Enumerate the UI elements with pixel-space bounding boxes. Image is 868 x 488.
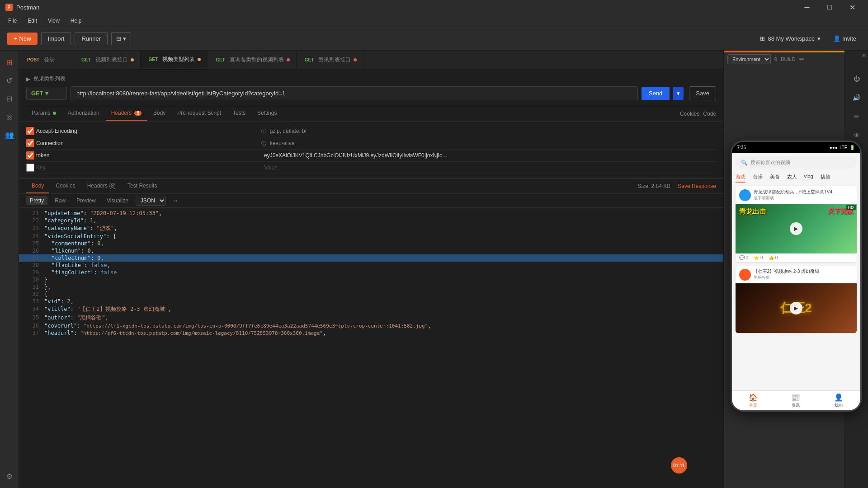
runner-button[interactable]: Runner bbox=[75, 32, 108, 45]
menubar: File Edit View Help bbox=[0, 14, 868, 27]
response-tab-headers[interactable]: Headers (8) bbox=[82, 179, 121, 193]
phone-cat-food[interactable]: 美食 bbox=[770, 172, 780, 183]
tab-body[interactable]: Body bbox=[148, 106, 171, 121]
close-button[interactable]: ✕ bbox=[842, 0, 863, 14]
collections-button[interactable]: ⊟ ▾ bbox=[111, 32, 131, 45]
menu-help[interactable]: Help bbox=[66, 17, 86, 25]
phone-thumbnail-2[interactable]: 仁王2 ▶ bbox=[736, 283, 857, 333]
minimize-button[interactable]: ─ bbox=[797, 0, 817, 14]
phone-video-title-1: 青龙战甲搭配机动兵，P城上空肆意1V4 bbox=[754, 189, 853, 195]
method-chevron-icon: ▾ bbox=[45, 90, 48, 97]
phone-cat-games[interactable]: 游戏 bbox=[736, 172, 745, 183]
phone-nav-home[interactable]: 🏠 首页 bbox=[749, 393, 758, 408]
format-visualize[interactable]: Visualize bbox=[103, 196, 132, 205]
header-checkbox[interactable] bbox=[26, 164, 34, 172]
invite-button[interactable]: 👤 Invite bbox=[829, 33, 861, 45]
phone-nav-news[interactable]: 📰 资讯 bbox=[791, 393, 800, 408]
code-line-23: 23 "categoryName": "游戏", bbox=[19, 224, 723, 233]
tab-prerequest[interactable]: Pre-request Script bbox=[172, 106, 226, 121]
response-tab-testresults[interactable]: Test Results bbox=[122, 179, 162, 193]
phone-cat-vlog[interactable]: vlog bbox=[804, 172, 813, 183]
format-raw[interactable]: Raw bbox=[51, 196, 69, 205]
menu-file[interactable]: File bbox=[4, 17, 21, 25]
code-line-31: 31 }, bbox=[19, 283, 723, 291]
tab-denglu[interactable]: POST 登录 bbox=[19, 51, 73, 70]
header-checkbox[interactable] bbox=[26, 151, 34, 160]
phone-stars-1: ⭐ 0 bbox=[754, 255, 763, 260]
tab-tests[interactable]: Tests bbox=[227, 106, 251, 121]
phone-nav-profile[interactable]: 👤 我的 bbox=[834, 393, 843, 408]
news-label: 资讯 bbox=[792, 403, 800, 408]
tab-videotype[interactable]: GET 视频类型列表 bbox=[141, 51, 208, 70]
play-button-1[interactable]: ▶ bbox=[790, 222, 802, 235]
sidebar-icon-new[interactable]: ⊞ bbox=[1, 54, 18, 70]
tab-newslist[interactable]: GET 资讯列表接口 bbox=[297, 51, 364, 70]
app-title: Postman bbox=[16, 4, 39, 11]
battery-icon: 🔋 bbox=[849, 145, 855, 150]
header-value: keep-alive bbox=[270, 140, 716, 146]
tab-headers[interactable]: Headers 8 bbox=[106, 106, 147, 121]
tab-querytype[interactable]: GET 查询各类型的视频列表 bbox=[208, 51, 297, 70]
tab-videolist[interactable]: GET 视频列表接口 bbox=[73, 51, 141, 70]
tab-params[interactable]: Params bbox=[26, 106, 61, 121]
titlebar-left: P Postman bbox=[5, 4, 39, 11]
workspace-icon: ⊞ bbox=[760, 35, 765, 42]
format-type-select[interactable]: JSON XML HTML Text bbox=[136, 196, 166, 206]
new-button[interactable]: + New bbox=[7, 33, 38, 45]
phone-video-info-2: 【仁王2】视频攻略 2-3 虚幻魔域 黑桐谷歌 bbox=[754, 268, 853, 281]
format-pretty[interactable]: Pretty bbox=[26, 196, 47, 205]
phone-video-title-2: 【仁王2】视频攻略 2-3 虚幻魔域 bbox=[754, 268, 853, 275]
phone-cat-farm[interactable]: 农人 bbox=[787, 172, 797, 183]
phone-cat-music[interactable]: 音乐 bbox=[753, 172, 763, 183]
cookies-link[interactable]: Cookies bbox=[680, 111, 699, 117]
time-badge: 01:11 bbox=[671, 457, 687, 474]
wrap-icon[interactable]: ↔ bbox=[172, 197, 179, 204]
info-icon: ⓘ bbox=[261, 140, 266, 147]
maximize-button[interactable]: □ bbox=[819, 0, 840, 14]
panel-close[interactable]: ✕ bbox=[862, 52, 866, 59]
workspace-button[interactable]: ⊞ 88 My Workspace ▾ bbox=[755, 33, 825, 45]
home-label: 首页 bbox=[749, 403, 757, 408]
header-checkbox[interactable] bbox=[26, 127, 34, 135]
tab-authorization[interactable]: Authorization bbox=[62, 106, 105, 121]
code-line-34: 34 "vtitle": "【仁王2】视频攻略 2-3 虚幻魔域", bbox=[19, 305, 723, 314]
response-tab-body[interactable]: Body bbox=[26, 179, 49, 193]
sidebar-icon-team[interactable]: 👥 bbox=[1, 127, 18, 143]
panel-edit-icon[interactable]: ✏ bbox=[849, 108, 865, 125]
sidebar-icon-api[interactable]: ◎ bbox=[1, 108, 18, 125]
header-checkbox[interactable] bbox=[26, 139, 34, 147]
import-button[interactable]: Import bbox=[41, 32, 71, 45]
phone-search-bar[interactable]: 🔍 搜索你喜欢的视频 bbox=[736, 156, 857, 169]
sidebar-icon-history[interactable]: ↺ bbox=[1, 72, 18, 89]
response-tab-cookies[interactable]: Cookies bbox=[50, 179, 80, 193]
url-input[interactable] bbox=[71, 86, 638, 100]
code-link[interactable]: Code bbox=[703, 111, 716, 117]
sidebar-icon-collections[interactable]: ⊟ bbox=[1, 90, 18, 107]
sidebar-icon-settings[interactable]: ⚙ bbox=[1, 468, 18, 484]
phone-thumbnail-1[interactable]: 青龙出击 天下无敌 ▶ HD bbox=[736, 204, 857, 253]
play-button-2[interactable]: ▶ bbox=[790, 302, 802, 314]
profile-icon: 👤 bbox=[834, 393, 843, 402]
phone-cat-funny[interactable]: 搞笑 bbox=[821, 172, 830, 183]
format-preview[interactable]: Preview bbox=[73, 196, 99, 205]
panel-volume-icon[interactable]: 🔊 bbox=[849, 89, 865, 106]
send-dropdown-button[interactable]: ▾ bbox=[673, 87, 684, 100]
method-select[interactable]: GET ▾ bbox=[26, 87, 67, 100]
pencil-icon[interactable]: ✏ bbox=[799, 56, 805, 63]
thumb-text1: 青龙出击 bbox=[739, 207, 766, 216]
phone-video-info-1: 青龙战甲搭配机动兵，P城上空肆意1V4 追手萌游戏 bbox=[754, 189, 853, 201]
save-response-button[interactable]: Save Response bbox=[678, 183, 716, 189]
tab-unsaved-dot bbox=[198, 58, 201, 61]
tab-settings[interactable]: Settings bbox=[252, 106, 282, 121]
workspace-chevron-icon: ▾ bbox=[817, 35, 821, 42]
new-label: New bbox=[19, 35, 31, 42]
tab-label: 登录 bbox=[44, 56, 55, 64]
save-button[interactable]: Save bbox=[689, 86, 716, 100]
menu-view[interactable]: View bbox=[43, 17, 64, 25]
menu-edit[interactable]: Edit bbox=[23, 17, 42, 25]
send-button[interactable]: Send bbox=[642, 87, 670, 100]
environment-select[interactable]: Environment bbox=[727, 54, 771, 64]
panel-power-icon[interactable]: ⏻ bbox=[849, 70, 865, 87]
tab-label: 视频类型列表 bbox=[162, 56, 195, 63]
code-area: 21 "updatetime": "2020-07-19 12:05:33", … bbox=[19, 208, 723, 488]
